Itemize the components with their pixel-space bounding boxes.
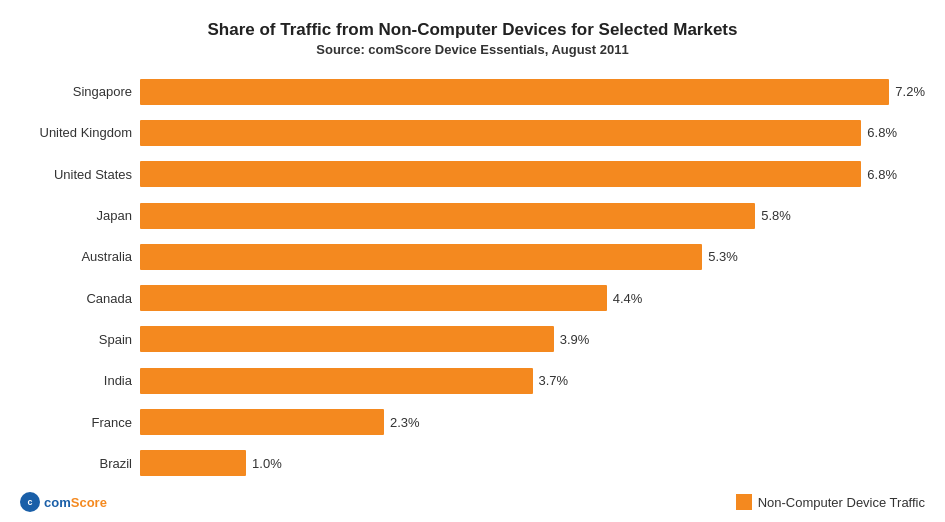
comscore-text: comScore: [44, 495, 107, 510]
bar-row-japan: 5.8%: [140, 201, 925, 231]
bar-india: [140, 368, 533, 394]
bar-spain: [140, 326, 554, 352]
bar-row-singapore: 7.2%: [140, 77, 925, 107]
y-axis: SingaporeUnited KingdomUnited StatesJapa…: [20, 71, 140, 484]
y-label-united-kingdom: United Kingdom: [40, 118, 133, 148]
y-label-brazil: Brazil: [99, 448, 132, 478]
chart-area: SingaporeUnited KingdomUnited StatesJapa…: [20, 71, 925, 484]
bar-united-kingdom: [140, 120, 861, 146]
bar-united-states: [140, 161, 861, 187]
bar-australia: [140, 244, 702, 270]
bar-value-france: 2.3%: [390, 415, 420, 430]
bar-value-brazil: 1.0%: [252, 456, 282, 471]
bar-value-united-states: 6.8%: [867, 167, 897, 182]
bar-row-united-kingdom: 6.8%: [140, 118, 925, 148]
bar-value-united-kingdom: 6.8%: [867, 125, 897, 140]
y-label-singapore: Singapore: [73, 77, 132, 107]
y-label-australia: Australia: [81, 242, 132, 272]
bar-value-canada: 4.4%: [613, 291, 643, 306]
y-label-france: France: [92, 407, 132, 437]
y-label-united-states: United States: [54, 159, 132, 189]
bar-value-india: 3.7%: [539, 373, 569, 388]
bars-container: 7.2%6.8%6.8%5.8%5.3%4.4%3.9%3.7%2.3%1.0%: [140, 71, 925, 484]
y-label-spain: Spain: [99, 324, 132, 354]
bar-row-spain: 3.9%: [140, 324, 925, 354]
bar-row-united-states: 6.8%: [140, 159, 925, 189]
legend-color-box: [736, 494, 752, 510]
legend-label: Non-Computer Device Traffic: [758, 495, 925, 510]
y-label-japan: Japan: [97, 201, 132, 231]
bar-row-australia: 5.3%: [140, 242, 925, 272]
bar-value-spain: 3.9%: [560, 332, 590, 347]
bar-brazil: [140, 450, 246, 476]
y-label-india: India: [104, 366, 132, 396]
y-label-canada: Canada: [86, 283, 132, 313]
chart-title: Share of Traffic from Non-Computer Devic…: [208, 20, 738, 40]
bar-row-india: 3.7%: [140, 366, 925, 396]
bar-row-canada: 4.4%: [140, 283, 925, 313]
chart-subtitle: Source: comScore Device Essentials, Augu…: [316, 42, 628, 57]
bar-japan: [140, 203, 755, 229]
bar-row-brazil: 1.0%: [140, 448, 925, 478]
bar-france: [140, 409, 384, 435]
bar-row-france: 2.3%: [140, 407, 925, 437]
comscore-logo-icon: c: [20, 492, 40, 512]
bar-canada: [140, 285, 607, 311]
bar-value-singapore: 7.2%: [895, 84, 925, 99]
bar-value-australia: 5.3%: [708, 249, 738, 264]
comscore-branding: c comScore: [20, 492, 107, 512]
legend-footer: c comScore Non-Computer Device Traffic: [20, 492, 925, 512]
bar-singapore: [140, 79, 889, 105]
bar-value-japan: 5.8%: [761, 208, 791, 223]
legend: Non-Computer Device Traffic: [736, 494, 925, 510]
